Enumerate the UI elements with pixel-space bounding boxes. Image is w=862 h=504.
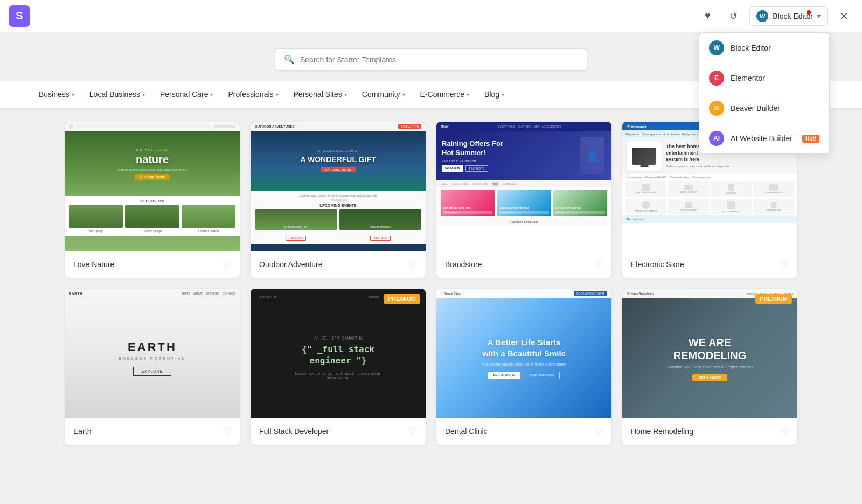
search-input[interactable]: [300, 55, 578, 64]
dropdown-item-block-editor[interactable]: W Block Editor: [699, 33, 829, 63]
nav-item-local-business[interactable]: Local Business ▾: [83, 81, 151, 108]
nav-item-personal-sites[interactable]: Personal Sites ▾: [287, 81, 353, 108]
search-box: 🔍: [275, 48, 587, 71]
template-footer-love-nature: Love Nature ♡: [65, 251, 240, 278]
nav-item-business[interactable]: Business ▾: [32, 81, 81, 108]
dropdown-item-beaver-builder[interactable]: B Beaver Builder: [699, 93, 829, 123]
template-name: Home Remodeling: [631, 427, 693, 436]
favorite-button[interactable]: ♡: [408, 258, 417, 270]
favorites-button[interactable]: ♥: [698, 6, 717, 26]
template-preview-love-nature: WE ALL LOVE nature Look deep into nature…: [65, 122, 240, 251]
nav-item-blog[interactable]: Blog ▾: [478, 81, 511, 108]
template-card-home-remodeling[interactable]: 🏠 Home Remodeling SERVICES PROJECTS ABOU…: [622, 289, 797, 445]
favorite-button[interactable]: ♡: [408, 425, 417, 437]
chevron-down-icon: ▾: [72, 92, 74, 97]
template-name: Brandstore: [445, 260, 482, 269]
refresh-icon: ↺: [729, 10, 738, 22]
template-name: Full Stack Developer: [259, 427, 329, 436]
template-name: Earth: [73, 427, 91, 436]
template-name: Electronic Store: [631, 260, 684, 269]
template-name: Dental Clinic: [445, 427, 488, 436]
template-footer-electronic-store: Electronic Store ♡: [622, 251, 797, 278]
app-logo[interactable]: S: [9, 5, 30, 27]
favorite-button[interactable]: ♡: [594, 425, 603, 437]
template-preview-outdoor-adventure: OUTDOOR ADVENTURES TAKE ACTION Explore T…: [251, 122, 426, 251]
builder-selector-button[interactable]: W Block Editor ▾: [749, 6, 828, 26]
favorite-button[interactable]: ♡: [223, 258, 231, 270]
template-footer-home-remodeling: Home Remodeling ♡: [622, 418, 797, 445]
builder-dropdown-panel: W Block Editor E Elementor B Beaver Buil…: [699, 32, 830, 154]
template-footer-full-stack: Full Stack Developer ♡: [251, 418, 426, 445]
chevron-down-icon: ▾: [142, 92, 145, 97]
template-name: Love Nature: [73, 260, 114, 269]
template-grid: WE ALL LOVE nature Look deep into nature…: [43, 109, 819, 458]
template-card-outdoor-adventure[interactable]: OUTDOOR ADVENTURES TAKE ACTION Explore T…: [251, 122, 426, 278]
refresh-button[interactable]: ↺: [724, 6, 743, 26]
template-footer-brandstore: Brandstore ♡: [436, 251, 611, 278]
template-card-love-nature[interactable]: WE ALL LOVE nature Look deep into nature…: [65, 122, 240, 278]
chevron-down-icon: ▾: [210, 92, 213, 97]
heart-icon: ♥: [705, 10, 711, 22]
favorite-button[interactable]: ♡: [780, 425, 789, 437]
template-footer-dental-clinic: Dental Clinic ♡: [436, 418, 611, 445]
chevron-down-icon: ▾: [276, 92, 279, 97]
wordpress-icon: W: [756, 10, 768, 22]
nav-item-professionals[interactable]: Professionals ▾: [221, 81, 284, 108]
chevron-down-icon: ▾: [402, 92, 405, 97]
nav-item-ecommerce[interactable]: E-Commerce ▾: [414, 81, 476, 108]
template-card-earth[interactable]: EARTH HOME ABOUT SERVICES CONTACT EARTH …: [65, 289, 240, 445]
close-button[interactable]: ✕: [834, 6, 853, 26]
nav-item-community[interactable]: Community ▾: [356, 81, 412, 108]
hot-badge: Hot!: [802, 135, 819, 143]
close-icon: ✕: [839, 10, 849, 23]
template-preview-earth: EARTH HOME ABOUT SERVICES CONTACT EARTH …: [65, 289, 240, 418]
dropdown-item-ai-builder[interactable]: AI AI Website Builder Hot!: [699, 123, 829, 153]
chevron-down-icon: ▾: [817, 12, 821, 20]
dropdown-item-elementor[interactable]: E Elementor: [699, 63, 829, 93]
template-card-brandstore[interactable]: DNK EVERYTHING CLOTHING MEN ACCESSORIES …: [436, 122, 611, 278]
template-footer-outdoor-adventure: Outdoor Adventure ♡: [251, 251, 426, 278]
top-bar-actions: ♥ ↺ W Block Editor ▾ ✕: [698, 6, 853, 26]
template-card-dental-clinic[interactable]: 🦷 Dental Clinic BOOK APPOINTMENT A Bette…: [436, 289, 611, 445]
elementor-icon: E: [709, 71, 724, 86]
premium-badge: PREMIUM: [755, 294, 792, 304]
beaver-builder-icon: B: [709, 101, 724, 116]
favorite-button[interactable]: ♡: [223, 425, 231, 437]
template-preview-brandstore: DNK EVERYTHING CLOTHING MEN ACCESSORIES …: [436, 122, 611, 251]
chevron-down-icon: ▾: [502, 92, 504, 97]
favorite-button[interactable]: ♡: [594, 258, 603, 270]
top-bar: S ♥ ↺ W Block Editor ▾ ✕: [0, 0, 862, 32]
template-preview-full-stack: SAMANTHA portfolio about services contac…: [251, 289, 426, 418]
template-preview-home-remodeling: 🏠 Home Remodeling SERVICES PROJECTS ABOU…: [622, 289, 797, 418]
block-editor-icon: W: [709, 40, 724, 55]
chevron-down-icon: ▾: [467, 92, 469, 97]
template-name: Outdoor Adventure: [259, 260, 323, 269]
chevron-down-icon: ▾: [344, 92, 347, 97]
search-icon: 🔍: [284, 54, 295, 65]
template-preview-dental-clinic: 🦷 Dental Clinic BOOK APPOINTMENT A Bette…: [436, 289, 611, 418]
favorite-button[interactable]: ♡: [780, 258, 789, 270]
template-footer-earth: Earth ♡: [65, 418, 240, 445]
premium-badge: PREMIUM: [384, 294, 420, 304]
nav-item-personal-care[interactable]: Personal Care ▾: [154, 81, 220, 108]
template-card-full-stack[interactable]: SAMANTHA portfolio about services contac…: [251, 289, 426, 445]
ai-builder-icon: AI: [709, 131, 724, 146]
notification-dot: [807, 10, 811, 15]
